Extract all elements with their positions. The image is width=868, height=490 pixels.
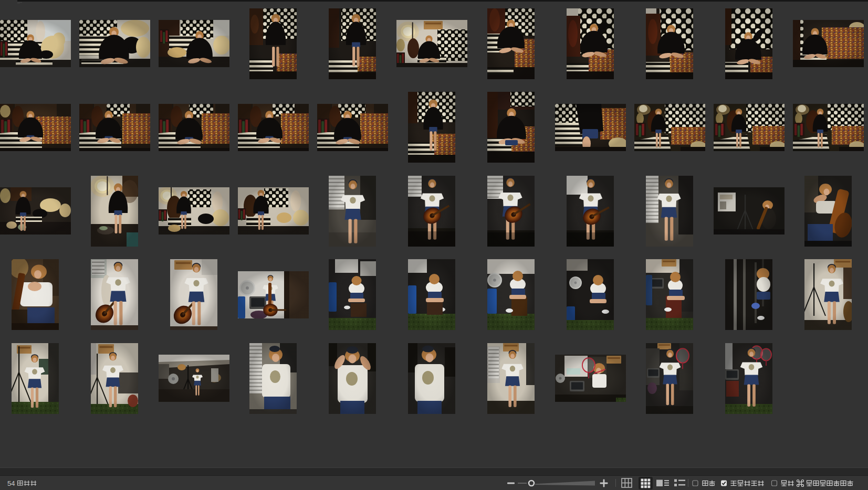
svg-text:54: 54 bbox=[7, 480, 15, 487]
